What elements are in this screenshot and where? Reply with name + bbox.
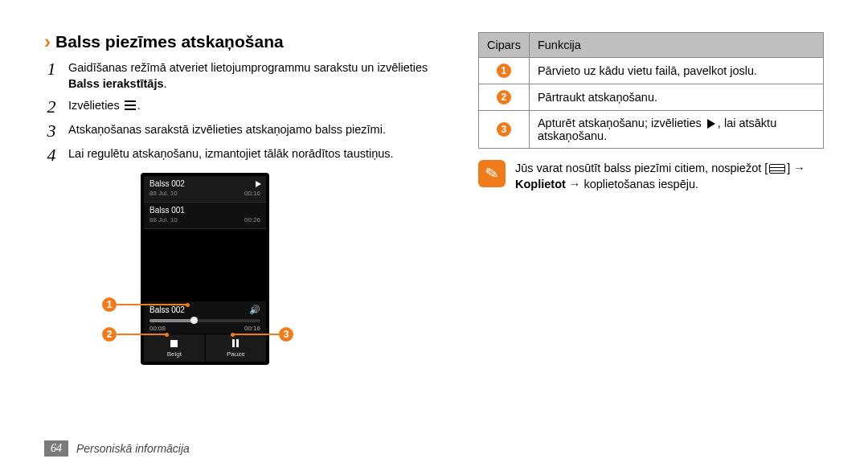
table-row: 1Pārvieto uz kādu vietu failā, pavelkot … (479, 58, 824, 84)
seek-slider[interactable] (149, 319, 260, 322)
pause-label: Pauze (227, 350, 245, 358)
step-number: 2 (44, 97, 59, 117)
tip-icon: ✎ (478, 160, 506, 187)
rec-date: 88 Jul. 10 (149, 190, 178, 197)
tip-box: ✎ Jūs varat nosūtīt balss piezīmi citiem… (478, 160, 824, 193)
step-text: Izvēlieties . (68, 97, 141, 113)
stop-label: Beigt (167, 350, 182, 358)
rec-title: Balss 002 (149, 179, 260, 188)
play-icon (256, 181, 261, 187)
callout-2-line (117, 334, 166, 335)
section-heading: › Balss piezīmes atskaņošana (44, 32, 430, 51)
pen-icon: ✎ (483, 162, 501, 186)
step-number: 3 (44, 121, 59, 141)
tip-text: Jūs varat nosūtīt balss piezīmi citiem, … (515, 160, 824, 193)
table-row: 2Pārtraukt atskaņošanu. (479, 84, 824, 111)
rec-dur: 00:26 (244, 216, 260, 223)
rec-item[interactable]: Balss 00288 Jul. 1000:16 (144, 176, 266, 203)
step-number: 1 (44, 59, 59, 79)
row-text: Pārvieto uz kādu vietu failā, pavelkot j… (529, 58, 823, 84)
table-row: 3Apturēt atskaņošanu; izvēlieties , lai … (479, 111, 824, 149)
step-item: 2Izvēlieties . (44, 97, 430, 117)
row-number-circle: 3 (497, 122, 511, 137)
row-number-circle: 2 (497, 90, 511, 104)
stop-icon (170, 340, 178, 347)
step-text: Atskaņošanas sarakstā izvēlieties atskaņ… (68, 121, 386, 137)
now-playing: Balss 002 🔊 00:08 00:16 (144, 301, 266, 334)
step-list: 1Gaidīšanas režīmā atveriet lietojumprog… (44, 59, 430, 165)
phone-mock: Balss 00288 Jul. 1000:16Balss 00188 Jul.… (141, 173, 269, 365)
callout-2: 2 (102, 327, 117, 342)
row-number-circle: 1 (497, 63, 511, 78)
rec-date: 88 Jul. 10 (149, 216, 178, 223)
th-funkcija: Funkcija (529, 33, 823, 58)
callout-1-line (117, 304, 187, 305)
step-item: 3Atskaņošanas sarakstā izvēlieties atska… (44, 121, 430, 141)
callout-1: 1 (102, 297, 117, 312)
chevron-icon: › (44, 32, 51, 51)
rec-item[interactable]: Balss 00188 Jul. 1000:26 (144, 203, 266, 229)
callout-3: 3 (279, 327, 293, 342)
row-text: Pārtraukt atskaņošanu. (529, 84, 823, 111)
step-text: Lai regulētu atskaņošanu, izmantojiet tā… (68, 145, 394, 162)
footer-section: Personiskā informācija (76, 442, 190, 455)
np-title: Balss 002 (149, 305, 185, 314)
rec-title: Balss 001 (149, 206, 260, 215)
np-t2: 00:16 (244, 325, 260, 332)
heading-text: Balss piezīmes atskaņošana (55, 32, 284, 51)
function-table: Cipars Funkcija 1Pārvieto uz kādu vietu … (478, 32, 824, 149)
step-text: Gaidīšanas režīmā atveriet lietojumprogr… (68, 59, 430, 92)
np-t1: 00:08 (149, 325, 166, 332)
th-cipars: Cipars (479, 33, 530, 58)
page-number: 64 (44, 440, 68, 457)
step-item: 1Gaidīšanas režīmā atveriet lietojumprog… (44, 59, 430, 92)
row-text: Apturēt atskaņošanu; izvēlieties , lai a… (529, 111, 823, 149)
step-number: 4 (44, 145, 59, 165)
stop-button[interactable]: Beigt (144, 334, 205, 362)
page-footer: 64 Personiskā informācija (44, 440, 190, 457)
pause-button[interactable]: Pauze (205, 334, 267, 362)
volume-icon: 🔊 (249, 305, 260, 315)
control-row: Beigt Pauze (144, 334, 266, 362)
pause-icon (231, 338, 240, 350)
step-item: 4Lai regulētu atskaņošanu, izmantojiet t… (44, 145, 430, 165)
callout-3-line (232, 334, 279, 335)
rec-dur: 00:16 (244, 190, 260, 197)
